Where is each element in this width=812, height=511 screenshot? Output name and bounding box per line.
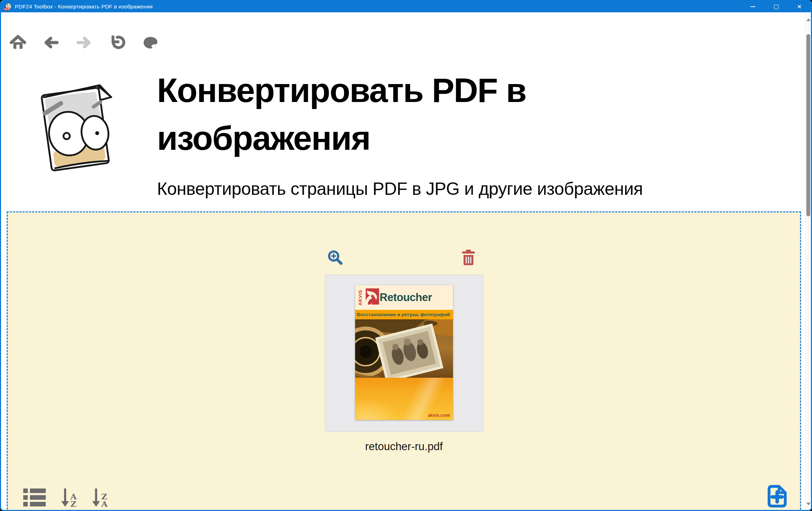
svg-text:PDF24: PDF24 xyxy=(4,8,10,10)
navigation-toolbar xyxy=(10,34,158,51)
cover-footer: akvis.com xyxy=(355,378,453,420)
add-file-button[interactable] xyxy=(765,484,790,509)
sort-down-arrow-icon xyxy=(92,488,100,507)
page-subtitle: Конвертировать страницы PDF в JPG и друг… xyxy=(157,179,755,199)
akvis-horse-logo xyxy=(363,288,379,307)
sort-letter-bottom: Z xyxy=(70,500,77,507)
window-title: PDF24 Toolbox - Конвертировать PDF в изо… xyxy=(15,4,153,10)
file-item: AKVIS Retoucher Восстановление и ретушь … xyxy=(325,249,483,511)
zoom-preview-button[interactable] xyxy=(327,249,344,267)
window-controls: ✕ xyxy=(741,1,811,12)
maximize-button[interactable] xyxy=(764,1,788,12)
cover-site-url: akvis.com xyxy=(428,413,450,418)
scroll-down-button[interactable] xyxy=(805,499,811,509)
home-button[interactable] xyxy=(10,34,26,51)
file-card[interactable]: AKVIS Retoucher Восстановление и ретушь … xyxy=(325,275,483,432)
sort-letter-bottom: A xyxy=(101,500,108,507)
cover-header: AKVIS Retoucher xyxy=(355,285,453,310)
close-icon: ✕ xyxy=(797,4,802,10)
maximize-icon xyxy=(774,5,779,9)
sort-za-letters: Z A xyxy=(101,493,108,507)
pdf-thumbnail: AKVIS Retoucher Восстановление и ретушь … xyxy=(355,285,453,420)
file-item-actions xyxy=(325,249,483,267)
scroll-up-icon xyxy=(806,18,811,21)
undo-reset-button[interactable] xyxy=(109,34,125,51)
sort-za-button[interactable]: Z A xyxy=(92,488,108,507)
close-button[interactable]: ✕ xyxy=(788,1,811,12)
vertical-scrollbar[interactable] xyxy=(805,12,811,510)
cover-tagline: Восстановление и ретушь фотографий xyxy=(355,310,453,319)
theme-palette-button[interactable] xyxy=(142,34,158,51)
page-title: Конвертировать PDF в изображения xyxy=(157,66,622,162)
sort-az-button[interactable]: A Z xyxy=(61,488,77,507)
forward-button-disabled[interactable] xyxy=(76,34,92,51)
list-view-button[interactable] xyxy=(23,488,46,507)
page-header: Конвертировать PDF в изображения Конверт… xyxy=(157,66,755,199)
scrollbar-thumb[interactable] xyxy=(806,34,810,216)
scroll-up-button[interactable] xyxy=(805,15,811,24)
sort-az-letters: A Z xyxy=(70,493,77,507)
file-drop-zone[interactable]: AKVIS Retoucher Восстановление и ретушь … xyxy=(7,211,801,511)
list-controls: A Z Z A xyxy=(23,488,108,507)
sort-down-arrow-icon xyxy=(61,488,69,507)
file-name-label: retoucher-ru.pdf xyxy=(325,440,483,453)
delete-file-button[interactable] xyxy=(461,249,476,267)
app-window: PDF24 PDF24 Toolbox - Конвертировать PDF… xyxy=(0,0,812,511)
back-button[interactable] xyxy=(43,34,59,51)
cover-brand-vertical: AKVIS xyxy=(358,290,363,306)
minimize-button[interactable] xyxy=(741,1,764,12)
cover-product-name: Retoucher xyxy=(380,291,432,304)
scroll-down-icon xyxy=(806,503,811,505)
cover-photo-collage xyxy=(355,319,453,378)
tool-logo-sketch xyxy=(31,79,120,175)
pdf24-app-icon: PDF24 xyxy=(4,3,12,11)
title-bar[interactable]: PDF24 PDF24 Toolbox - Конвертировать PDF… xyxy=(1,1,811,12)
minimize-icon xyxy=(750,6,755,7)
